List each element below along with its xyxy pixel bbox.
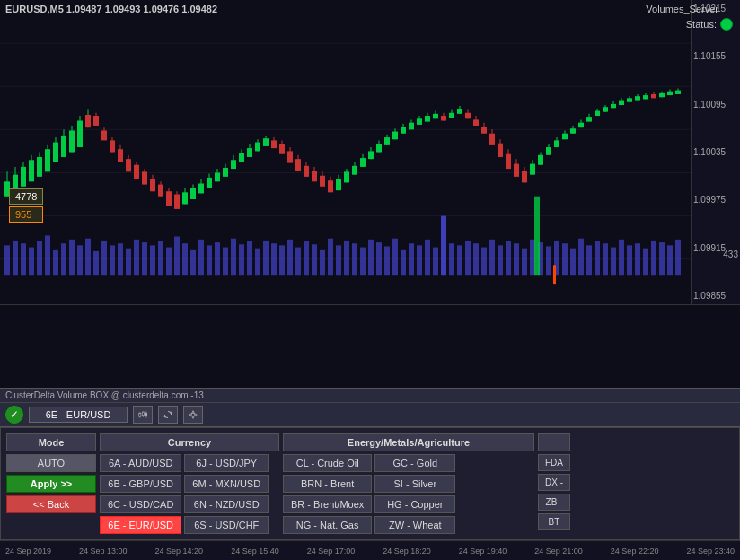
energy-hg-button[interactable]: HG - Copper: [374, 495, 455, 513]
vol2-label: 955: [9, 206, 43, 223]
currency-6n-button[interactable]: 6N - NZD/USD: [184, 495, 269, 513]
svg-rect-54: [392, 239, 398, 275]
energy-col2: GC - Gold SI - Silver HG - Copper ZW - W…: [374, 454, 455, 534]
svg-rect-59: [433, 248, 438, 276]
svg-rect-57: [417, 245, 422, 275]
currency-6b-button[interactable]: 6B - GBP/USD: [100, 475, 181, 493]
svg-rect-37: [255, 249, 260, 276]
svg-rect-17: [93, 251, 99, 275]
svg-rect-128: [150, 179, 155, 191]
energy-brn-button[interactable]: BRN - Brent: [283, 475, 372, 493]
check-button[interactable]: ✓: [5, 406, 23, 424]
timeline-label-9: 24 Sep 23:40: [686, 547, 735, 556]
energy-cols: CL - Crude Oil BRN - Brent BR - Brent/Mo…: [283, 454, 534, 534]
svg-rect-80: [603, 243, 608, 275]
svg-rect-154: [255, 143, 260, 152]
energy-ng-button[interactable]: NG - Nat. Gas: [283, 516, 372, 534]
symbol-display: 6E - EUR/USD: [29, 407, 128, 423]
svg-rect-106: [61, 136, 66, 157]
svg-rect-83: [627, 245, 632, 275]
currency-6e-button[interactable]: 6E - EUR/USD: [100, 516, 181, 534]
energy-zw-button[interactable]: ZW - Wheat: [374, 516, 455, 534]
extra-section: FDA DX - ZB - BT: [538, 433, 570, 534]
svg-rect-174: [336, 179, 341, 190]
chart-icon-button[interactable]: [133, 406, 153, 424]
svg-rect-266: [145, 413, 147, 416]
extra-zb-button[interactable]: ZB -: [538, 494, 570, 511]
svg-rect-13: [61, 243, 66, 275]
currency-6a-button[interactable]: 6A - AUD/USD: [100, 454, 181, 472]
svg-rect-89: [675, 240, 681, 275]
svg-rect-15: [77, 245, 83, 275]
svg-rect-24: [150, 245, 155, 275]
back-button[interactable]: << Back: [6, 495, 96, 513]
panel-title: ClusterDelta Volume BOX @ clusterdelta.c…: [5, 390, 204, 400]
svg-rect-132: [166, 191, 172, 206]
svg-rect-184: [376, 144, 382, 153]
timeline-label-0: 24 Sep 2019: [5, 547, 51, 556]
svg-rect-168: [312, 171, 317, 181]
svg-rect-150: [239, 153, 244, 162]
svg-rect-232: [570, 128, 576, 133]
currency-section: Currency 6A - AUD/USD 6B - GBP/USD 6C - …: [100, 433, 279, 534]
currency-6m-button[interactable]: 6M - MXN/USD: [184, 475, 269, 493]
energy-si-button[interactable]: SI - Silver: [374, 475, 455, 493]
svg-rect-52: [376, 242, 382, 275]
svg-rect-263: [142, 412, 144, 416]
energy-br-button[interactable]: BR - Brent/Moex: [283, 495, 372, 513]
svg-rect-73: [546, 246, 551, 275]
extra-dx-button[interactable]: DX -: [538, 474, 570, 491]
status-label: Status:: [686, 19, 717, 30]
status-indicator: [720, 18, 733, 31]
svg-rect-67: [498, 245, 503, 275]
svg-rect-120: [118, 149, 123, 162]
svg-rect-202: [449, 113, 454, 118]
svg-rect-19: [110, 245, 115, 275]
svg-rect-25: [158, 241, 163, 275]
currency-6j-button[interactable]: 6J - USD/JPY: [184, 454, 269, 472]
price-5: 1.09975: [693, 195, 738, 205]
apply-button[interactable]: Apply >>: [6, 475, 96, 493]
svg-rect-68: [506, 241, 511, 275]
currency-6c-button[interactable]: 6C - USD/CAD: [100, 495, 181, 513]
svg-rect-144: [215, 172, 220, 181]
svg-rect-118: [110, 140, 115, 152]
svg-rect-50: [360, 248, 366, 276]
svg-rect-214: [498, 144, 503, 157]
mode-auto-button[interactable]: AUTO: [6, 454, 96, 472]
currency-6s-button[interactable]: 6S - USD/CHF: [184, 516, 269, 534]
toolbar: ✓ 6E - EUR/USD: [0, 402, 740, 427]
svg-rect-124: [134, 165, 139, 179]
refresh-button[interactable]: [158, 406, 178, 424]
energy-cl-button[interactable]: CL - Crude Oil: [283, 454, 372, 472]
svg-rect-260: [139, 414, 141, 417]
svg-rect-206: [465, 113, 471, 119]
timeline-label-5: 24 Sep 18:20: [383, 547, 431, 556]
svg-rect-164: [295, 159, 301, 171]
svg-rect-122: [126, 159, 131, 171]
svg-rect-102: [45, 149, 50, 171]
svg-rect-166: [304, 166, 309, 177]
currency-cols: 6A - AUD/USD 6B - GBP/USD 6C - USD/CAD 6…: [100, 454, 279, 534]
energy-gc-button[interactable]: GC - Gold: [374, 454, 455, 472]
svg-rect-152: [247, 148, 252, 157]
svg-rect-42: [295, 248, 301, 276]
svg-rect-79: [595, 241, 600, 275]
svg-point-274: [189, 414, 191, 416]
svg-rect-222: [530, 164, 535, 175]
timeline-label-7: 24 Sep 21:00: [534, 547, 583, 556]
svg-rect-81: [611, 248, 616, 276]
svg-rect-126: [142, 171, 147, 184]
svg-rect-188: [392, 132, 398, 140]
svg-rect-116: [101, 130, 107, 140]
svg-rect-47: [336, 245, 341, 275]
svg-rect-158: [271, 140, 277, 148]
svg-rect-236: [586, 117, 592, 121]
svg-rect-11: [45, 235, 50, 275]
extra-fda-button[interactable]: FDA: [538, 454, 570, 471]
svg-rect-218: [514, 164, 519, 177]
extra-bt-button[interactable]: BT: [538, 513, 570, 530]
svg-rect-87: [659, 242, 665, 275]
svg-rect-250: [643, 95, 648, 99]
settings-button[interactable]: [183, 406, 203, 424]
